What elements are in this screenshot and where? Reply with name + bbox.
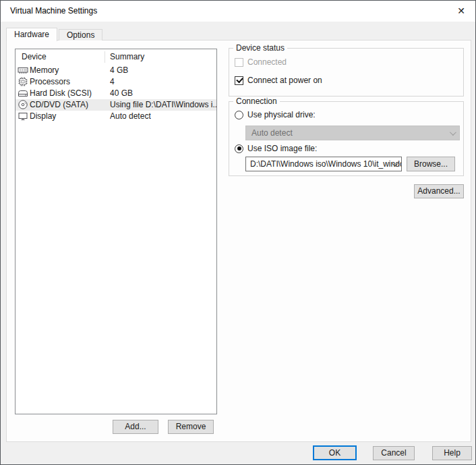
tab-hardware[interactable]: Hardware	[6, 28, 57, 41]
radio-selected-icon	[235, 144, 243, 153]
dialog-title: Virtual Machine Settings	[10, 1, 97, 22]
device-name: Display	[30, 111, 56, 122]
tab-strip: Hardware Options	[6, 27, 102, 40]
device-row-cd-dvd[interactable]: CD/DVD (SATA) Using file D:\DATI\Windows…	[16, 99, 216, 111]
processor-icon	[18, 76, 28, 87]
browse-button[interactable]: Browse...	[407, 157, 455, 171]
footer-bar: OK Cancel Help	[1, 441, 475, 464]
radio-icon	[235, 111, 243, 119]
advanced-button[interactable]: Advanced...	[414, 184, 464, 198]
tab-options[interactable]: Options	[59, 29, 102, 40]
device-name: Memory	[30, 65, 59, 76]
remove-button[interactable]: Remove	[168, 420, 214, 434]
cancel-button[interactable]: Cancel	[373, 446, 415, 460]
device-status-group: Device status Connected Connect at power…	[229, 48, 464, 97]
connect-at-power-on-checkbox[interactable]: Connect at power on	[235, 76, 322, 85]
connection-group: Connection Use physical drive: Auto dete…	[229, 101, 464, 176]
physical-drive-select[interactable]: Auto detect	[245, 126, 460, 140]
use-iso-image-radio[interactable]: Use ISO image file:	[235, 144, 317, 153]
connect-at-power-on-label: Connect at power on	[247, 76, 322, 85]
help-button[interactable]: Help	[432, 446, 472, 460]
connection-legend: Connection	[233, 97, 280, 106]
chevron-down-icon	[450, 129, 456, 136]
display-icon	[18, 111, 28, 121]
device-list-header: Device Summary	[16, 49, 216, 65]
connected-label: Connected	[247, 57, 287, 67]
column-header-summary: Summary	[110, 52, 144, 61]
checkbox-checked-icon	[235, 76, 243, 85]
device-summary: 40 GB	[110, 88, 133, 99]
device-row-display[interactable]: Display Auto detect	[16, 111, 216, 122]
device-summary: 4 GB	[110, 65, 128, 76]
use-physical-drive-label: Use physical drive:	[247, 110, 316, 119]
physical-drive-value: Auto detect	[251, 128, 293, 138]
memory-icon	[18, 65, 28, 76]
checkbox-icon	[235, 58, 243, 67]
cd-dvd-icon	[18, 99, 28, 110]
use-iso-image-label: Use ISO image file:	[247, 144, 317, 153]
device-summary: 4	[110, 76, 115, 88]
iso-path-combo[interactable]: D:\DATI\Windows iso\Windows 10\it_windo	[245, 157, 402, 171]
device-list: Device Summary Memory 4 GB Processors 4	[15, 49, 217, 414]
device-status-legend: Device status	[233, 43, 287, 53]
column-header-device: Device	[22, 52, 47, 61]
device-name: CD/DVD (SATA)	[30, 99, 88, 111]
device-row-hard-disk[interactable]: Hard Disk (SCSI) 40 GB	[16, 88, 216, 99]
device-row-memory[interactable]: Memory 4 GB	[16, 65, 216, 76]
close-icon[interactable]: ✕	[451, 3, 471, 20]
use-physical-drive-radio[interactable]: Use physical drive:	[235, 110, 316, 119]
connected-checkbox[interactable]: Connected	[235, 57, 287, 67]
hardware-tab-page: Device Summary Memory 4 GB Processors 4	[6, 40, 471, 442]
device-summary: Auto detect	[110, 111, 151, 122]
device-name: Hard Disk (SCSI)	[30, 88, 92, 99]
hard-disk-icon	[18, 88, 28, 99]
device-summary: Using file D:\DATI\Windows i...	[110, 99, 216, 111]
add-button[interactable]: Add...	[113, 420, 158, 434]
device-name: Processors	[30, 76, 70, 88]
device-row-processors[interactable]: Processors 4	[16, 76, 216, 88]
column-divider	[105, 51, 105, 63]
title-bar: Virtual Machine Settings ✕	[1, 1, 475, 22]
virtual-machine-settings-dialog: Virtual Machine Settings ✕ Hardware Opti…	[0, 0, 476, 465]
iso-path-value: D:\DATI\Windows iso\Windows 10\it_windo	[250, 159, 402, 169]
ok-button[interactable]: OK	[313, 445, 357, 460]
